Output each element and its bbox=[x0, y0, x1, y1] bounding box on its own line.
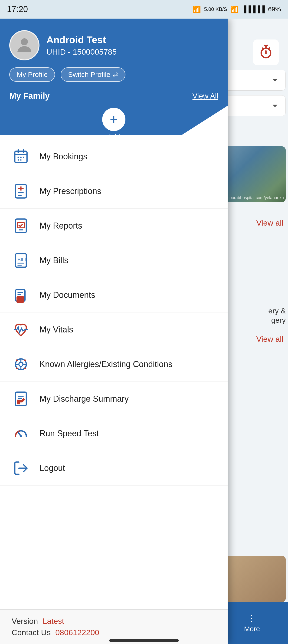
my-profile-label: My Profile bbox=[17, 71, 48, 78]
my-profile-button[interactable]: My Profile bbox=[9, 67, 55, 82]
svg-rect-44 bbox=[17, 400, 20, 404]
prescriptions-label: My Prescriptions bbox=[40, 186, 101, 196]
add-member-button[interactable]: + bbox=[102, 108, 126, 131]
svg-point-12 bbox=[18, 156, 19, 158]
status-icons: 📶 5.00 KB/S 📶 ▐▐▐▐▐ 69% bbox=[193, 6, 281, 13]
menu-item-documents[interactable]: My Documents bbox=[0, 278, 228, 312]
svg-point-14 bbox=[23, 156, 24, 158]
menu-item-vitals[interactable]: My Vitals bbox=[0, 312, 228, 347]
logout-label: Logout bbox=[40, 463, 65, 473]
svg-line-3 bbox=[266, 45, 268, 46]
home-indicator bbox=[109, 639, 179, 642]
user-uhid: UHID - 1500005785 bbox=[46, 48, 116, 56]
svg-point-48 bbox=[20, 435, 22, 437]
vitals-icon bbox=[12, 320, 30, 339]
view-all-2[interactable]: View all bbox=[256, 334, 283, 344]
discharge-icon bbox=[12, 390, 30, 408]
vitals-label: My Vitals bbox=[40, 325, 73, 334]
avatar bbox=[9, 30, 40, 60]
signal-icon: ▐▐▐▐▐ bbox=[242, 6, 265, 13]
drawer-header: Android Test UHID - 1500005785 My Profil… bbox=[0, 18, 228, 135]
version-row: Version Latest bbox=[12, 616, 216, 626]
svg-point-13 bbox=[20, 156, 22, 158]
menu-item-allergies[interactable]: Known Allergies/Existing Conditions bbox=[0, 347, 228, 382]
add-plus-icon: + bbox=[110, 112, 118, 126]
user-row: Android Test UHID - 1500005785 bbox=[9, 30, 218, 60]
menu-item-logout[interactable]: Logout bbox=[0, 451, 228, 486]
bills-icon: BILL bbox=[12, 251, 30, 270]
switch-profile-label: Switch Profile bbox=[68, 71, 110, 78]
allergies-icon bbox=[12, 355, 30, 374]
user-info: Android Test UHID - 1500005785 bbox=[46, 34, 116, 56]
documents-label: My Documents bbox=[40, 290, 95, 300]
contact-value[interactable]: 0806122200 bbox=[55, 628, 99, 637]
svg-point-41 bbox=[16, 368, 18, 369]
logout-icon bbox=[12, 459, 30, 478]
svg-point-40 bbox=[24, 360, 26, 361]
battery-icon: 69% bbox=[268, 6, 281, 13]
bills-label: My Bills bbox=[40, 256, 68, 265]
menu-item-bookings[interactable]: My Bookings bbox=[0, 140, 228, 174]
status-bar: 17:20 📶 5.00 KB/S 📶 ▐▐▐▐▐ 69% bbox=[0, 0, 288, 18]
svg-point-34 bbox=[19, 362, 23, 366]
menu-item-bills[interactable]: BILL My Bills bbox=[0, 243, 228, 278]
menu-item-speedtest[interactable]: Run Speed Test bbox=[0, 416, 228, 451]
profile-buttons: My Profile Switch Profile ⇄ bbox=[9, 67, 218, 82]
discharge-label: My Discharge Summary bbox=[40, 394, 129, 404]
user-name: Android Test bbox=[46, 34, 116, 46]
status-time: 17:20 bbox=[7, 4, 28, 14]
view-all-family-link[interactable]: View All bbox=[192, 92, 218, 100]
bookings-icon bbox=[12, 147, 30, 166]
more-label: More bbox=[244, 625, 260, 633]
speedtest-label: Run Speed Test bbox=[40, 429, 99, 438]
menu-item-prescriptions[interactable]: My Prescriptions bbox=[0, 174, 228, 209]
svg-rect-30 bbox=[17, 296, 24, 302]
alarm-icon-area[interactable] bbox=[253, 40, 279, 65]
drawer-footer: Version Latest Contact Us 0806122200 bbox=[0, 610, 228, 644]
partial-text-1: ery & bbox=[268, 307, 286, 315]
contact-row: Contact Us 0806122200 bbox=[12, 628, 216, 637]
allergies-label: Known Allergies/Existing Conditions bbox=[40, 360, 172, 369]
contact-label: Contact Us bbox=[12, 628, 51, 637]
svg-point-39 bbox=[16, 360, 18, 361]
svg-line-2 bbox=[264, 45, 266, 46]
menu-item-discharge[interactable]: My Discharge Summary bbox=[0, 382, 228, 416]
family-row: My Family View All bbox=[9, 91, 218, 101]
reports-icon bbox=[12, 216, 30, 235]
svg-rect-17 bbox=[16, 184, 26, 198]
svg-point-15 bbox=[18, 159, 19, 161]
svg-line-6 bbox=[269, 48, 270, 49]
bookings-label: My Bookings bbox=[40, 152, 87, 162]
reports-label: My Reports bbox=[40, 221, 82, 231]
prescriptions-icon bbox=[12, 182, 30, 200]
side-drawer: Android Test UHID - 1500005785 My Profil… bbox=[0, 18, 228, 644]
documents-icon bbox=[12, 286, 30, 304]
svg-point-7 bbox=[21, 38, 28, 45]
switch-profile-button[interactable]: Switch Profile ⇄ bbox=[60, 67, 126, 82]
more-dots-icon: ⋮ bbox=[247, 613, 257, 623]
drawer-menu: My Bookings My Prescriptions bbox=[0, 135, 228, 610]
svg-point-42 bbox=[24, 368, 26, 369]
svg-point-16 bbox=[20, 159, 22, 161]
version-label: Version bbox=[12, 616, 38, 626]
switch-icon: ⇄ bbox=[113, 71, 118, 78]
wifi-icon: 📶 bbox=[230, 6, 238, 13]
svg-text:BILL: BILL bbox=[18, 257, 27, 262]
version-value: Latest bbox=[42, 616, 64, 626]
speedtest-icon bbox=[12, 424, 30, 443]
view-all-1[interactable]: View all bbox=[256, 218, 283, 228]
network-speed: 5.00 KB/S bbox=[204, 6, 227, 12]
family-label: My Family bbox=[9, 91, 50, 101]
bluetooth-icon: 📶 bbox=[193, 6, 201, 13]
partial-text-2: gery bbox=[271, 316, 286, 324]
photo-url: sporabhospital.com/yelahanku bbox=[228, 196, 284, 200]
menu-item-reports[interactable]: My Reports bbox=[0, 209, 228, 243]
svg-line-5 bbox=[262, 48, 264, 49]
